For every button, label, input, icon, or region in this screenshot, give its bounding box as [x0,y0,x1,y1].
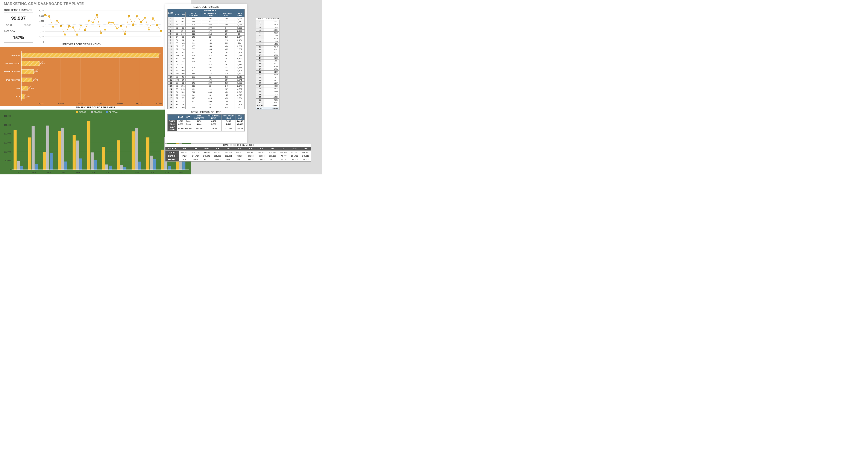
svg-text:MAR: MAR [46,171,51,174]
svg-rect-313 [138,161,141,170]
svg-text:50,000: 50,000 [117,102,123,105]
svg-text:20,000: 20,000 [58,102,64,105]
svg-rect-283 [28,138,31,170]
traffic-per-source-title: TRAFFIC PER SOURCE THIS YEAR [0,106,191,109]
svg-rect-288 [46,126,50,170]
svg-rect-305 [108,166,112,170]
svg-rect-321 [167,166,170,170]
svg-text:OPP: OPP [17,87,21,89]
svg-rect-296 [76,141,79,170]
svg-text:REFERAL: REFERAL [109,111,118,113]
svg-point-48 [56,20,58,22]
kpi-block: TOTAL LEADS THIS MONTH 99,907 GOAL 63,50… [4,9,34,42]
svg-text:150,000: 150,000 [4,142,11,144]
totals-by-source-table: PLUSOPPSALE ACCEPTEDACTIONABLE LEADCAPTU… [167,114,245,131]
svg-text:5,000: 5,000 [39,15,44,17]
kpi-total-box: 99,907 GOAL 63,500 [4,12,33,28]
totals-by-date-title: TOTAL LEADS BY DATE [256,18,279,20]
svg-rect-279 [13,130,17,170]
svg-text:6,000: 6,000 [39,10,44,12]
svg-rect-252 [22,94,25,98]
svg-rect-311 [131,131,134,170]
svg-point-55 [84,29,86,31]
svg-point-51 [68,25,70,27]
svg-text:0: 0 [21,102,22,105]
traffic-by-month-table: SOURCEJANFEBMARAPRMAYJUNJULAUGSEPOCTNOVD… [165,147,311,161]
svg-point-69 [140,21,142,23]
line-chart: 01,0002,0003,0004,0005,0006,000123456789… [36,8,163,46]
svg-text:1,516: 1,516 [25,95,30,97]
leads-per-source-title: LEADS PER SOURCE THIS MONTH [0,43,163,47]
svg-point-61 [108,22,110,23]
svg-text:APR: APR [61,171,65,174]
totals-by-source-title: TOTAL LEADS BY SOURCE [167,111,245,113]
svg-text:OCT: OCT [150,171,154,174]
svg-rect-317 [153,159,156,170]
svg-point-59 [100,32,102,34]
svg-point-68 [136,15,138,17]
svg-point-52 [72,26,74,28]
leads-over-30-table: DATELEAD SOURCEPLUSOPPSALE ACCEPTEDACTIO… [167,9,245,109]
svg-rect-325 [182,161,185,170]
svg-point-50 [64,34,66,35]
svg-text:0: 0 [43,41,44,43]
svg-point-70 [144,17,146,19]
svg-text:DIRECT: DIRECT [79,111,86,113]
svg-text:SEARCH: SEARCH [94,111,102,113]
svg-text:40,000: 40,000 [97,102,103,105]
svg-rect-259 [76,111,78,113]
svg-text:6,187: 6,187 [35,71,39,73]
svg-rect-289 [50,153,53,170]
page-title: MARKETING CRM DASHBOARD TEMPLATE [4,2,84,6]
svg-rect-285 [35,164,38,170]
svg-point-64 [120,25,122,27]
totals-by-date-table: 15,13724,92932,93344,09153,03061,39973,0… [256,20,279,110]
svg-rect-292 [61,127,64,170]
svg-rect-263 [106,111,108,113]
svg-rect-301 [94,160,97,170]
traffic-per-source-panel: TRAFFIC PER SOURCE THIS YEAR DIRECTSEARC… [0,110,191,174]
svg-rect-293 [64,161,67,170]
svg-point-60 [104,29,106,30]
svg-text:300,000: 300,000 [4,115,11,117]
svg-text:9,193: 9,193 [40,62,45,65]
svg-text:AUG: AUG [120,171,125,174]
svg-rect-316 [150,156,153,170]
svg-text:200,000: 200,000 [4,133,11,135]
svg-rect-291 [58,131,61,170]
svg-text:NOV: NOV [165,171,169,174]
svg-text:3,000: 3,000 [39,25,44,28]
traffic-by-month-title: TRAFFIC SOURCE BY MONTH [165,144,311,146]
svg-point-63 [116,28,118,29]
svg-text:250,000: 250,000 [4,124,11,126]
svg-text:5,372: 5,372 [33,79,38,81]
svg-point-49 [60,25,62,27]
svg-point-47 [52,26,54,28]
kpi-goal-value: 63,500 [24,24,31,26]
svg-text:MAY: MAY [76,171,80,174]
svg-point-46 [48,16,50,17]
svg-rect-297 [79,158,82,170]
svg-point-54 [80,25,82,26]
svg-point-57 [92,22,94,23]
svg-point-66 [128,15,130,17]
kpi-total-label: TOTAL LEADS THIS MONTH [4,9,34,11]
svg-rect-287 [43,152,46,170]
svg-rect-280 [17,161,20,170]
kpi-pct-value: 157% [4,33,33,42]
kpi-total-value: 99,907 [6,14,31,23]
svg-text:70,000: 70,000 [156,102,162,105]
svg-rect-295 [72,135,75,170]
svg-rect-308 [120,165,123,170]
svg-text:1,000: 1,000 [39,36,44,38]
svg-point-74 [160,30,162,32]
traffic-by-month-panel: TRAFFIC SOURCE BY MONTH SOURCEJANFEBMARA… [165,144,311,161]
leads-per-source-panel: LEADS PER SOURCE THIS MONTH 010,00020,00… [0,47,163,106]
svg-rect-315 [146,138,149,170]
svg-rect-300 [91,152,94,170]
totals-by-date-panel: TOTAL LEADS BY DATE 15,13724,92932,93344… [256,18,279,110]
svg-text:50,000: 50,000 [5,159,11,162]
svg-rect-307 [117,140,120,170]
svg-rect-303 [102,147,105,170]
svg-text:CAPTURED LEAD: CAPTURED LEAD [6,63,21,65]
